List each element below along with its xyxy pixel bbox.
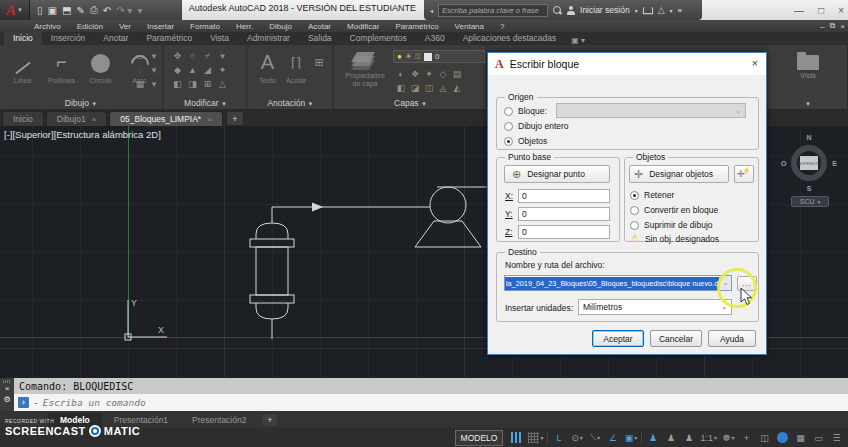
- panel-label-anotacion[interactable]: Anotación ▼: [249, 98, 332, 108]
- menu-formato[interactable]: Formato: [182, 22, 228, 31]
- tool-texto[interactable]: A Texto: [257, 50, 278, 84]
- scale-value-button[interactable]: 1:1▾: [699, 430, 718, 445]
- ribbon-tab-inicio[interactable]: Inicio: [4, 31, 42, 45]
- file-path-combo[interactable]: la_2019_04_23_Bloques\05_Bloques_bloqued…: [504, 275, 732, 291]
- polar-tracking-button[interactable]: ⊙▾: [569, 430, 584, 445]
- menu-ayuda[interactable]: ?: [492, 22, 512, 31]
- scu-button[interactable]: SCU▾: [791, 196, 829, 207]
- ribbon-tab-a360[interactable]: A360: [416, 31, 454, 45]
- tool-acotar[interactable]: ⌈⌉ Acotar: [286, 50, 307, 84]
- app-store-icon[interactable]: △: [658, 5, 665, 15]
- radio-convertir[interactable]: Convertir en bloque: [630, 205, 718, 215]
- menu-dibujo[interactable]: Dibujo: [261, 22, 300, 31]
- viewcube-top-face[interactable]: SUPERIOR: [800, 156, 818, 170]
- quick-select-button[interactable]: ✛⚡: [734, 165, 754, 183]
- ribbon-options-icon[interactable]: ▣ ▾: [571, 36, 585, 45]
- ortho-mode-button[interactable]: L: [551, 430, 566, 445]
- ribbon-tab-anotar[interactable]: Anotar: [94, 31, 137, 45]
- minimize-button[interactable]: —: [794, 5, 804, 16]
- ribbon-tab-complementos[interactable]: Complementos: [341, 31, 416, 45]
- new-layout-button[interactable]: +: [262, 414, 277, 426]
- designar-punto-button[interactable]: ⊕ Designar punto: [504, 165, 610, 183]
- autoscale-button[interactable]: ♟: [663, 430, 678, 445]
- menu-archivo[interactable]: Archivo: [26, 22, 69, 31]
- command-palette-grip[interactable]: × ⚙: [0, 378, 14, 411]
- isometric-drafting-button[interactable]: ⟍▾: [587, 430, 602, 445]
- radio-retener[interactable]: Retener: [630, 190, 674, 200]
- ribbon-tab-insercion[interactable]: Inserción: [42, 31, 95, 45]
- object-snap-tracking-button[interactable]: ∠: [605, 430, 620, 445]
- ribbon-tab-aplicaciones[interactable]: Aplicaciones destacadas: [454, 31, 566, 45]
- infocenter-collapse-icon[interactable]: ◂: [430, 7, 433, 14]
- viewcube-west[interactable]: O: [781, 160, 786, 167]
- ribbon-tab-administrar[interactable]: Administrar: [238, 31, 299, 45]
- dibujo-extra-tools[interactable]: ▭▾◌▾▦▾: [134, 51, 160, 91]
- close-icon[interactable]: ×: [207, 115, 212, 124]
- ayuda-button[interactable]: Ayuda: [708, 330, 756, 347]
- capas-tools[interactable]: ◐❖✦◇▤ ◧◪◫◬◭: [395, 69, 463, 95]
- model-space-button[interactable]: MODELO: [455, 430, 504, 446]
- undo-icon[interactable]: ↶: [103, 5, 111, 16]
- dialog-close-icon[interactable]: ×: [752, 57, 758, 69]
- close-icon[interactable]: ×: [92, 115, 97, 124]
- radio-dibujo-entero[interactable]: Dibujo entero: [504, 121, 569, 131]
- layer-select[interactable]: ● ☀ ⚿ 0: [393, 50, 485, 63]
- tool-circulo[interactable]: Círculo: [86, 50, 115, 84]
- radio-suprimir[interactable]: Suprimir de dibujo: [630, 220, 713, 230]
- panel-label-dibujo[interactable]: Dibujo ▼: [0, 98, 162, 108]
- menu-edicion[interactable]: Edición: [69, 22, 111, 31]
- infocenter-more-icon[interactable]: »: [678, 6, 682, 15]
- menu-insertar[interactable]: Insertar: [139, 22, 182, 31]
- layout-tab-presentacion2[interactable]: Presentación2: [180, 413, 258, 427]
- ribbon-tab-salida[interactable]: Salida: [299, 31, 341, 45]
- plot-icon[interactable]: ⎙: [90, 4, 98, 16]
- file-tab-inicio[interactable]: Inicio: [2, 111, 44, 126]
- snap-mode-button[interactable]: ▾: [527, 430, 544, 445]
- radio-objetos[interactable]: Objetos: [504, 136, 547, 146]
- grid-display-button[interactable]: [509, 430, 524, 445]
- tool-tabla[interactable]: ⊞: [314, 50, 324, 74]
- tool-polilinea[interactable]: ⌐ Polilínea: [47, 50, 76, 84]
- view-manager-icon[interactable]: [797, 55, 819, 70]
- command-input[interactable]: › - Escriba un comando: [14, 394, 848, 411]
- apps-dropdown-icon[interactable]: ▾: [670, 7, 673, 14]
- radio-bloque[interactable]: Bloque:: [504, 106, 547, 116]
- search-input[interactable]: Escriba palabra clave o frase: [438, 4, 548, 17]
- tool-linea[interactable]: Línea: [8, 50, 37, 84]
- graphics-performance-button[interactable]: [775, 430, 790, 445]
- doc-restore-icon[interactable]: ⧉: [830, 21, 836, 31]
- fullscreen-button[interactable]: ▭: [811, 430, 826, 445]
- annotation-scale-button[interactable]: ♟: [681, 430, 696, 445]
- maximize-button[interactable]: □: [818, 5, 824, 16]
- ribbon-tab-parametrico[interactable]: Paramétrico: [137, 31, 201, 45]
- doc-minimize-icon[interactable]: –: [820, 22, 824, 31]
- viewcube[interactable]: N O SUPERIOR E S SCU▾: [780, 134, 838, 206]
- save-as-icon[interactable]: ✎: [76, 5, 84, 16]
- panel-label-vista[interactable]: ▼: [769, 98, 847, 108]
- x-input[interactable]: 0: [518, 189, 610, 203]
- annotation-visibility-button[interactable]: ♟: [645, 430, 660, 445]
- units-select[interactable]: Milímetros ⌄: [578, 299, 732, 315]
- ribbon-tab-vista[interactable]: Vista: [201, 31, 238, 45]
- close-icon[interactable]: ×: [5, 385, 10, 394]
- menu-herr[interactable]: Herr.: [228, 22, 261, 31]
- file-tab-bloques[interactable]: 05_Bloques_LIMPIA*×: [109, 111, 222, 126]
- viewcube-south[interactable]: S: [780, 185, 838, 192]
- y-input[interactable]: 0: [518, 207, 610, 221]
- workspace-gear-button[interactable]: ☸▾: [721, 430, 736, 445]
- menu-parametrico[interactable]: Paramétrico: [387, 22, 446, 31]
- menu-ver[interactable]: Ver: [111, 22, 139, 31]
- modificar-tools[interactable]: ✥○⌿▾ ◆▲◢✦ ◧◨⊞△: [171, 51, 229, 91]
- isolate-objects-button[interactable]: ◫: [757, 430, 772, 445]
- redo-icon[interactable]: ↷ ▾: [116, 5, 132, 16]
- panel-label-modificar[interactable]: Modificar ▼: [165, 98, 246, 108]
- cancelar-button[interactable]: Cancelar: [650, 330, 702, 347]
- app-menu-button[interactable]: A ▼: [0, 0, 30, 20]
- viewcube-east[interactable]: E: [832, 160, 837, 167]
- dialog-title-bar[interactable]: A Escribir bloque ×: [488, 53, 766, 75]
- panel-label-capas[interactable]: Capas ▼: [335, 98, 486, 108]
- layer-properties-button[interactable]: Propiedades de capa: [343, 52, 387, 88]
- menu-modificar[interactable]: Modificar: [339, 22, 387, 31]
- new-file-icon[interactable]: ▯: [37, 5, 43, 16]
- command-history-line[interactable]: Comando: BLOQUEDISC: [14, 378, 848, 394]
